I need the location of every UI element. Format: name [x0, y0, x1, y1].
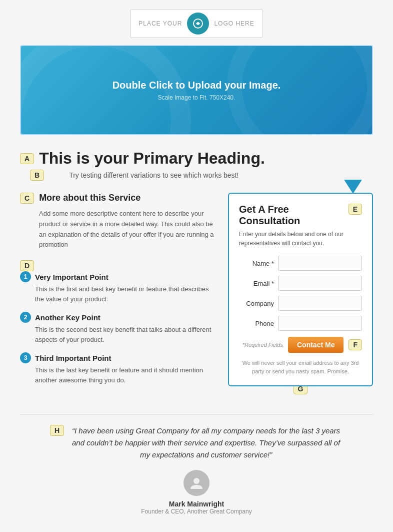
- form-card-title: Get A Free Consultation: [239, 204, 344, 227]
- form-row-email: Email *: [239, 276, 362, 291]
- point-1-number: 1: [20, 271, 31, 282]
- point-1-header: 1 Very Important Point: [20, 271, 214, 282]
- form-input-company[interactable]: [278, 296, 362, 311]
- header: PLACE YOUR LOGO HERE: [0, 0, 393, 45]
- form-card-desc: Enter your details below and one of our …: [239, 230, 344, 248]
- testimonial-author-section: Mark Mainwright Founder & CEO, Another G…: [50, 470, 343, 515]
- point-1-desc: This is the first and best key benefit o…: [35, 284, 214, 304]
- left-section-heading: More about this Service: [39, 193, 140, 203]
- label-f: F: [348, 339, 362, 350]
- label-d-row: D: [20, 260, 214, 271]
- point-item-1: 1 Very Important Point This is the first…: [20, 271, 214, 304]
- label-c: C: [20, 193, 34, 204]
- logo-area: PLACE YOUR LOGO HERE: [130, 9, 263, 38]
- page-wrapper: PLACE YOUR LOGO HERE Double Click to Upl…: [0, 0, 393, 532]
- label-d: D: [20, 260, 34, 271]
- form-label-company: Company: [239, 300, 274, 307]
- form-row-company: Company: [239, 296, 362, 311]
- form-card-arrow: [344, 180, 362, 194]
- form-input-email[interactable]: [278, 276, 362, 291]
- right-column: Get A Free Consultation Enter your detai…: [228, 193, 373, 399]
- hero-title: Double Click to Upload your Image.: [112, 80, 281, 91]
- label-h: H: [50, 425, 64, 436]
- form-row-phone: Phone: [239, 316, 362, 331]
- author-name: Mark Mainwright: [50, 500, 343, 508]
- form-card: Get A Free Consultation Enter your detai…: [228, 193, 373, 386]
- left-section-desc: Add some more descriptive content here t…: [39, 209, 214, 250]
- point-3-title: Third Important Point: [35, 354, 111, 362]
- point-item-3: 3 Third Important Point This is the last…: [20, 352, 214, 385]
- point-2-title: Another Key Point: [35, 313, 100, 322]
- primary-heading: This is your Primary Heading.: [39, 149, 265, 168]
- sub-heading-text: Try testing different variations to see …: [69, 171, 238, 179]
- logo-text-left: PLACE YOUR: [138, 20, 182, 27]
- form-label-email: Email *: [239, 280, 274, 287]
- point-3-number: 3: [20, 352, 31, 363]
- required-fields-text: *Required Fields: [242, 342, 283, 348]
- testimonial-row: H “I have been using Great Company for a…: [50, 425, 343, 461]
- point-2-number: 2: [20, 312, 31, 323]
- logo-icon: [187, 13, 209, 35]
- form-footer-text: We will never sell your email address to…: [239, 359, 362, 375]
- contact-me-button[interactable]: Contact Me: [288, 337, 344, 353]
- author-title: Founder & CEO, Another Great Company: [50, 508, 343, 515]
- label-b: B: [30, 170, 44, 181]
- point-2-header: 2 Another Key Point: [20, 312, 214, 323]
- left-column: C More about this Service Add some more …: [20, 193, 214, 399]
- testimonial-section: H “I have been using Great Company for a…: [20, 414, 373, 525]
- sub-heading-row: B Try testing different variations to se…: [30, 170, 373, 181]
- testimonial-quote: “I have been using Great Company for all…: [69, 425, 343, 461]
- main-content: A This is your Primary Heading. B Try te…: [0, 149, 393, 399]
- hero-banner[interactable]: Double Click to Upload your Image. Scale…: [20, 45, 373, 135]
- logo-text-right: LOGO HERE: [214, 20, 254, 27]
- point-3-header: 3 Third Important Point: [20, 352, 214, 363]
- form-input-phone[interactable]: [278, 316, 362, 331]
- primary-heading-row: A This is your Primary Heading.: [20, 149, 373, 168]
- svg-point-1: [194, 478, 200, 484]
- point-item-2: 2 Another Key Point This is the second b…: [20, 312, 214, 344]
- point-1-title: Very Important Point: [35, 273, 108, 281]
- points-section: D 1 Very Important Point This is the fir…: [20, 260, 214, 385]
- form-row-name: Name *: [239, 256, 362, 271]
- hero-subtitle: Scale Image to Fit. 750X240.: [158, 94, 236, 101]
- form-label-name: Name *: [239, 260, 274, 267]
- label-e: E: [348, 204, 362, 215]
- point-3-desc: This is the last key benefit or feature …: [35, 365, 214, 385]
- two-col-layout: C More about this Service Add some more …: [20, 193, 373, 399]
- form-label-phone: Phone: [239, 320, 274, 327]
- avatar: [184, 470, 210, 496]
- point-2-desc: This is the second best key benefit that…: [35, 325, 214, 344]
- label-a: A: [20, 153, 34, 164]
- form-input-name[interactable]: [278, 256, 362, 271]
- left-section-heading-row: C More about this Service: [20, 193, 214, 204]
- form-actions: *Required Fields Contact Me F: [239, 337, 362, 353]
